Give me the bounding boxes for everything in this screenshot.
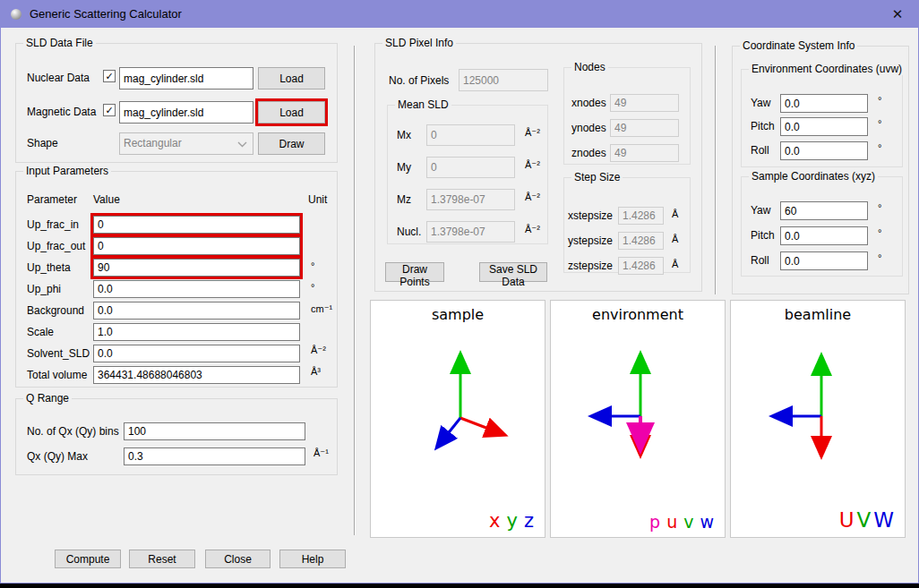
- sample-yaw-unit: °: [878, 202, 881, 213]
- qxy-max-input[interactable]: [124, 447, 305, 465]
- total-volume-input[interactable]: [93, 366, 300, 384]
- sample-roll-unit: °: [878, 252, 881, 263]
- env-roll-input[interactable]: [780, 141, 868, 160]
- background-input[interactable]: [93, 302, 300, 320]
- up-frac-out-input[interactable]: [93, 237, 300, 255]
- axis-label-z: z: [524, 510, 534, 532]
- up-theta-label: Up_theta: [27, 261, 71, 274]
- axis-label-x: x: [489, 510, 500, 532]
- env-roll-label: Roll: [751, 144, 769, 157]
- beamline-axes-panel: beamline UVW: [730, 300, 906, 538]
- my-label: My: [397, 161, 411, 174]
- up-frac-in-input[interactable]: [93, 216, 300, 234]
- sld-data-file-group: SLD Data File Nuclear Data ✓ Load Magnet…: [15, 43, 338, 163]
- environment-coordinates-group: Environment Coordinates (uvw) Yaw ° Pitc…: [741, 69, 903, 167]
- group-title: Step Size: [571, 171, 623, 183]
- env-pitch-unit: °: [878, 118, 881, 129]
- qxy-bins-label: No. of Qx (Qy) bins: [27, 425, 119, 438]
- znodes-value: [610, 144, 679, 162]
- nodes-group: Nodes xnodes ynodes znodes: [563, 67, 691, 165]
- xstepsize-unit: Å: [672, 209, 678, 219]
- axis-label-u: u: [666, 512, 677, 532]
- mx-unit: Å⁻²: [525, 127, 540, 139]
- zstepsize-unit: Å: [672, 259, 678, 269]
- reset-button[interactable]: Reset: [129, 550, 195, 568]
- mx-value: [426, 124, 515, 146]
- ynodes-label: ynodes: [571, 122, 606, 134]
- no-of-pixels-value: [459, 69, 548, 91]
- sample-yaw-input[interactable]: [780, 201, 868, 220]
- mean-sld-group: Mean SLD Mx Å⁻² My Å⁻² Mz Å⁻² Nucl. Å⁻²: [387, 105, 548, 244]
- up-theta-input[interactable]: [93, 259, 300, 277]
- qxy-bins-input[interactable]: [124, 422, 305, 440]
- value-column-header: Value: [93, 193, 120, 206]
- up-frac-out-label: Up_frac_out: [27, 240, 85, 252]
- up-phi-input[interactable]: [93, 280, 300, 298]
- sample-yaw-label: Yaw: [751, 204, 770, 217]
- mz-unit: Å⁻²: [525, 192, 540, 203]
- group-title: Environment Coordinates (uvw): [749, 63, 905, 75]
- group-title: Q Range: [23, 392, 72, 405]
- scale-label: Scale: [27, 326, 54, 338]
- close-icon[interactable]: ✕: [884, 1, 911, 28]
- load-nuclear-button[interactable]: Load: [258, 67, 325, 89]
- env-yaw-label: Yaw: [751, 97, 770, 109]
- nucl-label: Nucl.: [397, 226, 421, 238]
- environment-axes-figure: [551, 301, 726, 537]
- load-magnetic-button[interactable]: Load: [258, 101, 325, 124]
- env-roll-unit: °: [878, 142, 881, 153]
- mz-value: [426, 189, 515, 210]
- sample-roll-input[interactable]: [780, 251, 868, 270]
- vertical-divider: [715, 46, 717, 294]
- qxy-max-unit: Å⁻¹: [313, 447, 329, 459]
- environment-axes-panel: environment puvw: [550, 300, 726, 538]
- draw-button[interactable]: Draw: [258, 132, 325, 155]
- magnetic-data-checkbox[interactable]: ✓: [103, 104, 116, 116]
- close-button[interactable]: Close: [205, 550, 271, 568]
- ystepsize-value: [618, 232, 664, 250]
- up-frac-in-label: Up_frac_in: [27, 218, 79, 231]
- axis-label-U: U: [839, 508, 855, 532]
- sample-pitch-input[interactable]: [780, 226, 868, 245]
- up-phi-unit: °: [311, 282, 314, 293]
- solvent-sld-input[interactable]: [93, 345, 300, 362]
- save-sld-data-button[interactable]: Save SLD Data: [479, 262, 547, 282]
- total-volume-unit: Å³: [311, 366, 321, 377]
- nuclear-data-checkbox[interactable]: ✓: [103, 70, 116, 82]
- znodes-label: znodes: [571, 147, 606, 159]
- draw-points-button[interactable]: Draw Points: [385, 262, 444, 282]
- xnodes-label: xnodes: [571, 97, 606, 109]
- unit-column-header: Unit: [308, 193, 327, 206]
- shape-select[interactable]: Rectangular: [119, 132, 253, 155]
- xnodes-value: [610, 94, 679, 112]
- qxy-max-label: Qx (Qy) Max: [27, 450, 88, 463]
- up-theta-unit: °: [311, 260, 314, 271]
- magnetic-data-file-input[interactable]: [119, 101, 253, 124]
- axis-label-p: p: [649, 512, 660, 532]
- nuclear-data-file-input[interactable]: [119, 67, 253, 89]
- axis-label-v: v: [683, 512, 693, 532]
- ystepsize-label: ystepsize: [568, 234, 613, 247]
- window-title: Generic Scattering Calculator: [30, 1, 182, 28]
- chevron-down-icon: [237, 141, 247, 148]
- env-pitch-input[interactable]: [780, 117, 868, 136]
- magnetic-data-label: Magnetic Data: [27, 106, 96, 118]
- group-title: Sample Coordinates (xyz): [749, 170, 878, 183]
- scale-input[interactable]: [93, 323, 300, 341]
- help-button[interactable]: Help: [279, 550, 346, 568]
- sample-axes-panel: sample xyz: [370, 300, 545, 538]
- beamline-axes-figure: [731, 301, 906, 537]
- sld-pixel-info-group: SLD Pixel Info No. of Pixels Mean SLD Mx…: [374, 43, 702, 292]
- sample-coordinates-group: Sample Coordinates (xyz) Yaw ° Pitch ° R…: [741, 176, 903, 277]
- sample-axes-legend: xyz: [483, 510, 534, 532]
- my-unit: Å⁻²: [525, 159, 540, 171]
- nucl-unit: Å⁻²: [525, 224, 540, 235]
- solvent-sld-unit: Å⁻²: [311, 345, 326, 356]
- env-yaw-input[interactable]: [780, 94, 868, 113]
- compute-button[interactable]: Compute: [55, 550, 121, 568]
- background-label: Background: [27, 304, 84, 317]
- group-title: Nodes: [571, 61, 608, 73]
- titlebar: Generic Scattering Calculator ✕: [1, 1, 918, 28]
- shape-selected-value: Rectangular: [124, 137, 182, 149]
- sample-pitch-unit: °: [878, 227, 881, 238]
